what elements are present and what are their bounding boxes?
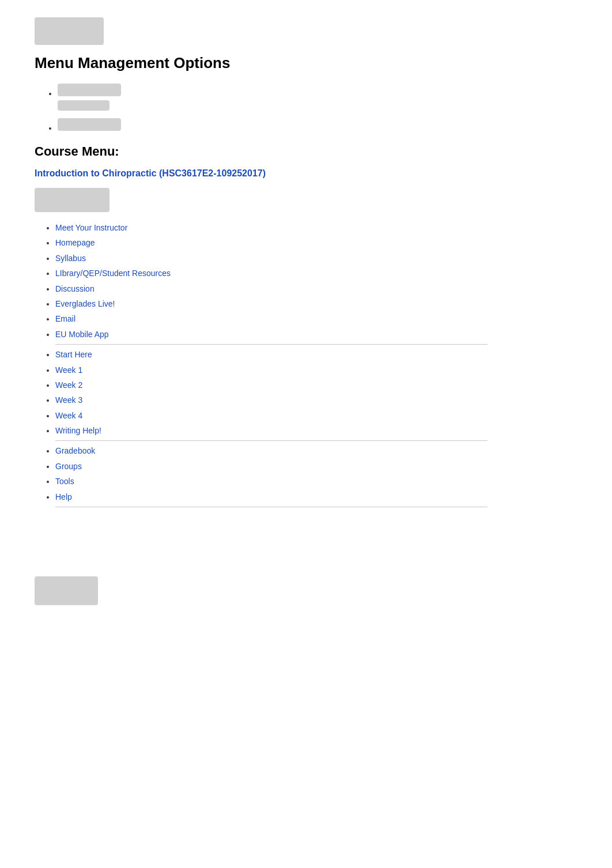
course-title-link[interactable]: Introduction to Chiropractic (HSC3617E2-…	[35, 168, 577, 179]
menu-item-placeholder-1	[58, 84, 121, 96]
list-item: Discussion	[55, 282, 577, 295]
course-image-placeholder	[35, 188, 109, 212]
list-item: Writing Help!	[55, 424, 577, 437]
menu-item-placeholder-2	[58, 118, 121, 131]
section-divider-2	[55, 440, 488, 441]
list-item: Week 1	[55, 364, 577, 376]
nav-section-2: Start HereWeek 1Week 2Week 3Week 4Writin…	[35, 348, 577, 437]
nav-link[interactable]: Homepage	[55, 238, 95, 247]
nav-link[interactable]: Writing Help!	[55, 426, 101, 435]
nav-list-2: Start HereWeek 1Week 2Week 3Week 4Writin…	[35, 348, 577, 437]
list-item: Homepage	[55, 236, 577, 249]
nav-link[interactable]: Tools	[55, 477, 74, 486]
list-item: Tools	[55, 475, 577, 488]
list-item: Week 3	[55, 394, 577, 406]
nav-link[interactable]: Syllabus	[55, 254, 86, 263]
bottom-image-placeholder	[35, 576, 98, 605]
nav-link[interactable]: Start Here	[55, 350, 92, 359]
list-item: LIbrary/QEP/Student Resources	[55, 267, 577, 280]
nav-link[interactable]: Discussion	[55, 284, 95, 293]
nav-link[interactable]: Week 3	[55, 395, 82, 405]
section-divider-3	[55, 507, 488, 507]
nav-link[interactable]: Meet Your Instructor	[55, 223, 127, 232]
nav-link[interactable]: EU Mobile App	[55, 330, 109, 339]
list-item: Meet Your Instructor	[55, 221, 577, 234]
section-divider-1	[55, 344, 488, 345]
nav-link[interactable]: Gradebook	[55, 446, 95, 455]
nav-list-1: Meet Your InstructorHomepageSyllabusLIbr…	[35, 221, 577, 341]
list-item: Week 4	[55, 409, 577, 422]
list-item: Gradebook	[55, 444, 577, 457]
nav-section-1: Meet Your InstructorHomepageSyllabusLIbr…	[35, 221, 577, 341]
nav-link[interactable]: Groups	[55, 462, 82, 471]
nav-link[interactable]: LIbrary/QEP/Student Resources	[55, 269, 171, 278]
menu-management-list	[35, 84, 577, 133]
list-item: Week 2	[55, 379, 577, 391]
nav-link[interactable]: Email	[55, 314, 75, 323]
list-item: Help	[55, 490, 577, 503]
nav-link[interactable]: Week 2	[55, 380, 82, 390]
list-item: Everglades Live!	[55, 297, 577, 310]
nav-link[interactable]: Week 4	[55, 411, 82, 420]
menu-management-heading: Menu Management Options	[35, 54, 577, 72]
list-item: Groups	[55, 460, 577, 473]
menu-item-placeholder-1b	[58, 100, 109, 111]
list-item: EU Mobile App	[55, 328, 577, 341]
list-item: Start Here	[55, 348, 577, 361]
nav-list-3: GradebookGroupsToolsHelp	[35, 444, 577, 503]
nav-link[interactable]: Help	[55, 492, 72, 501]
list-item: Syllabus	[55, 252, 577, 265]
nav-link[interactable]: Everglades Live!	[55, 299, 115, 308]
nav-link[interactable]: Week 1	[55, 365, 82, 375]
top-image-placeholder	[35, 17, 104, 45]
course-menu-heading: Course Menu:	[35, 144, 577, 159]
nav-section-3: GradebookGroupsToolsHelp	[35, 444, 577, 503]
list-item: Email	[55, 312, 577, 325]
